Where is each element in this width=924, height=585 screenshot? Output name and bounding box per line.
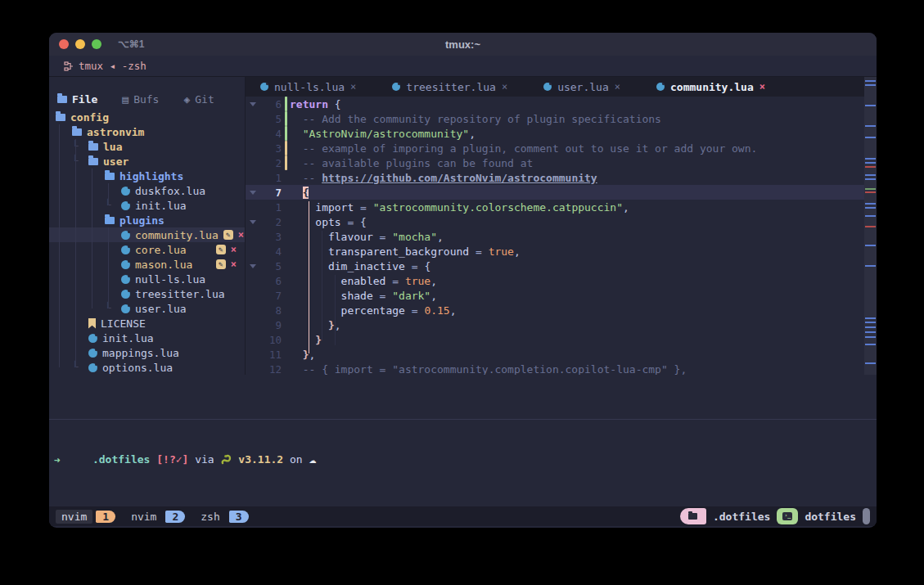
tree-item-mappings-lua[interactable]: mappings.lua [49,345,245,360]
tree-item-LICENSE[interactable]: LICENSE [49,316,245,331]
code-line-10[interactable]: 10 } [246,332,864,347]
code-line-8[interactable]: 8 percentage = 0.15, [246,303,864,317]
neotree-tab-git[interactable]: ◈Git [183,93,214,106]
line-number: 1 [260,172,282,184]
code-text: percentage = 0.15, [290,304,457,317]
buffer-tab-community-lua[interactable]: community.lua× [656,81,765,93]
tmux-window-name: nvim [125,510,162,524]
scrollbar-mark [865,322,876,323]
scrollbar-mark [865,166,876,168]
code-line-4[interactable]: 4 transparent_background = true, [246,244,864,259]
close-tab-icon[interactable]: × [350,81,356,92]
code-text: }, [290,349,315,361]
code-line-2[interactable]: 2 opts = { [246,214,864,229]
git-sign-chg [282,155,290,170]
tree-item-duskfox-lua[interactable]: duskfox.lua [49,183,245,198]
tree-item-label: init.lua [135,200,187,212]
tmux-window-1[interactable]: nvim1 [56,510,115,524]
tree-item-astronvim[interactable]: astronvim [49,124,245,139]
code-line-11[interactable]: 11 }, [246,347,864,362]
tree-item-highlights[interactable]: highlights [49,169,245,183]
code-line-9[interactable]: 9 }, [246,317,864,332]
lua-icon [121,187,130,196]
terminal-tab-label: tmux ◂ -zsh [79,60,146,72]
file-tree: configastronvim└lua└userhighlightsduskfo… [49,110,245,375]
code-line-4[interactable]: 4 "AstroNvim/astrocommunity", [246,126,864,141]
code-line-3[interactable]: 3 flavour = "mocha", [246,229,864,244]
tmux-window-3[interactable]: zsh3 [195,510,248,524]
sign-column [282,317,290,332]
tree-item-community-lua[interactable]: community.lua✎× [49,227,245,242]
close-tab-icon[interactable]: × [502,81,507,92]
code-editor[interactable]: 6return {5 -- Add the community reposito… [246,97,864,375]
close-buffer-icon[interactable]: × [238,230,244,240]
tree-item-options-lua[interactable]: └options.lua [49,360,245,375]
close-tab-icon[interactable]: × [615,81,620,92]
shell-pane[interactable]: .dotfiles [!?✓] via v3.11.2 on ☁ ➜ [49,420,877,506]
tree-item-init-lua[interactable]: └init.lua [49,198,245,213]
code-line-6[interactable]: 6return { [246,97,864,111]
code-text: { [290,187,309,199]
cursor-block: { [303,187,309,199]
close-tab-icon[interactable]: × [759,81,765,92]
buffer-tab-null-ls-lua[interactable]: null-ls.lua× [260,81,356,93]
fold-arrow-icon[interactable] [246,220,260,224]
code-text: import = "astrocommunity.colorscheme.cat… [290,201,629,214]
sign-column [282,170,290,185]
git-sign-add [282,111,290,126]
fold-arrow-icon[interactable] [246,264,260,268]
scrollbar-mark [865,158,876,160]
sign-column [282,347,290,362]
neotree-tab-file[interactable]: File [57,93,97,106]
lua-file-icon [392,83,400,91]
close-buffer-icon[interactable]: × [231,245,237,254]
code-line-5[interactable]: 5 dim_inactive = { [246,259,864,273]
tree-item-lua[interactable]: └lua [49,139,245,154]
tree-item-label: null-ls.lua [135,273,205,286]
close-buffer-icon[interactable]: × [231,259,237,269]
neotree-tab-label: File [72,93,97,106]
scrollbar[interactable] [864,77,877,375]
sign-column [282,214,290,229]
code-line-2[interactable]: 2 -- available plugins can be found at [246,155,864,170]
buffer-tab-user-lua[interactable]: user.lua× [543,81,620,93]
code-line-6[interactable]: 6 enabled = true, [246,273,864,288]
titlebar: ⌥⌘1 tmux:~ [49,33,877,56]
scope-guide-line [309,201,309,353]
neotree-tab-bufs[interactable]: ▤Bufs [122,93,159,106]
code-text: -- example of imporing a plugin, comment… [290,142,757,155]
fold-arrow-icon[interactable] [246,191,260,195]
code-line-1[interactable]: 1 import = "astrocommunity.colorscheme.c… [246,200,864,214]
buffer-tab-treesitter-lua[interactable]: treesitter.lua× [392,81,507,93]
tree-item-treesitter-lua[interactable]: treesitter.lua [49,286,245,301]
prompt-arrow[interactable]: ➜ [54,454,61,466]
tree-item-label: duskfox.lua [135,185,205,197]
tree-indent-guide [108,227,109,308]
tree-item-user-lua[interactable]: └user.lua [49,301,245,316]
tree-item-init-lua[interactable]: init.lua [49,331,245,345]
code-line-3[interactable]: 3 -- example of imporing a plugin, comme… [246,141,864,155]
code-line-5[interactable]: 5 -- Add the community repository of plu… [246,111,864,126]
tree-item-label: plugins [119,214,165,227]
code-text: opts = { [290,216,367,228]
code-line-7[interactable]: 7 { [246,185,864,200]
code-line-1[interactable]: 1 -- https://github.com/AstroNvim/astroc… [246,170,864,185]
tmux-window-2[interactable]: nvim2 [125,510,185,524]
indent-guide [322,231,322,340]
code-line-12[interactable]: 12 -- { import = "astrocommunity.complet… [246,362,864,375]
scrollbar-mark [865,362,876,364]
tree-item-plugins[interactable]: plugins [49,213,245,227]
terminal-tab[interactable]: tmux ◂ -zsh [64,60,146,72]
lua-icon [121,231,130,240]
tree-item-null-ls-lua[interactable]: null-ls.lua [49,272,245,286]
tree-item-label: user.lua [135,303,187,315]
tree-item-config[interactable]: config [49,110,245,124]
tree-item-user[interactable]: └user [49,154,245,169]
tree-item-mason-lua[interactable]: mason.lua✎× [49,257,245,272]
sign-column [282,273,290,288]
buffer-tab-label: user.lua [557,81,609,93]
fold-arrow-icon[interactable] [246,102,260,106]
tree-item-core-lua[interactable]: core.lua✎× [49,242,245,257]
tree-item-label: user [103,155,128,168]
code-line-7[interactable]: 7 shade = "dark", [246,288,864,303]
